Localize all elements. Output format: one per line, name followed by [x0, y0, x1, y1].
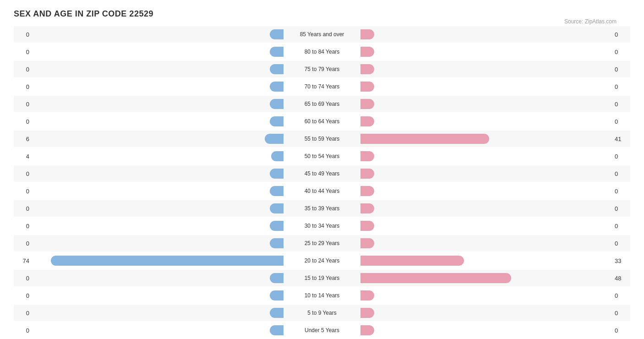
- female-value: 0: [612, 223, 630, 230]
- age-group-label: 85 Years and over: [285, 31, 359, 38]
- female-bar-area: [359, 186, 612, 197]
- male-bar-area: [32, 98, 285, 109]
- female-bar: [360, 308, 374, 318]
- bar-container: 15 to 19 Years: [32, 270, 612, 286]
- female-bar-area: [359, 116, 612, 127]
- male-value: 0: [14, 223, 32, 230]
- male-bar: [270, 29, 284, 39]
- male-bar-area: [32, 203, 285, 214]
- age-group-label: 75 to 79 Years: [285, 66, 359, 72]
- male-bar-area: [32, 255, 285, 266]
- male-value: 0: [14, 188, 32, 195]
- male-value: 0: [14, 275, 32, 282]
- female-value: 0: [612, 118, 630, 125]
- age-group-label: 65 to 69 Years: [285, 101, 359, 107]
- bar-container: 35 to 39 Years: [32, 200, 612, 217]
- male-bar: [271, 151, 284, 161]
- female-value: 0: [612, 205, 630, 212]
- female-bar: [360, 221, 374, 231]
- chart-title: SEX AND AGE IN ZIP CODE 22529: [14, 9, 630, 19]
- age-group-label: 55 to 59 Years: [285, 136, 359, 142]
- table-row: 070 to 74 Years0: [14, 78, 630, 95]
- female-value: 0: [612, 83, 630, 90]
- female-bar: [360, 238, 374, 248]
- age-group-label: 80 to 84 Years: [285, 49, 359, 55]
- female-bar-area: [359, 168, 612, 179]
- female-bar-area: [359, 151, 612, 162]
- male-value: 0: [14, 118, 32, 125]
- age-group-label: 30 to 34 Years: [285, 223, 359, 229]
- male-bar-area: [32, 290, 285, 301]
- male-bar: [270, 99, 284, 109]
- female-bar-area: [359, 203, 612, 214]
- table-row: 450 to 54 Years0: [14, 148, 630, 164]
- female-bar: [360, 290, 374, 301]
- male-bar: [270, 308, 284, 318]
- male-bar: [270, 325, 284, 335]
- male-bar-area: [32, 64, 285, 75]
- table-row: 655 to 59 Years41: [14, 131, 630, 147]
- male-value: 0: [14, 205, 32, 212]
- female-bar: [360, 82, 374, 92]
- table-row: 025 to 29 Years0: [14, 235, 630, 252]
- male-bar: [270, 116, 284, 126]
- bar-container: 70 to 74 Years: [32, 78, 612, 95]
- table-row: 0Under 5 Years0: [14, 322, 630, 339]
- female-value: 0: [612, 31, 630, 38]
- age-group-label: 60 to 64 Years: [285, 118, 359, 125]
- male-bar: [51, 256, 284, 266]
- female-value: 0: [612, 240, 630, 247]
- female-value: 33: [612, 257, 630, 264]
- age-group-label: 20 to 24 Years: [285, 257, 359, 264]
- male-bar: [270, 186, 284, 196]
- male-bar: [270, 47, 284, 57]
- male-bar-area: [32, 307, 285, 318]
- female-value: 0: [612, 327, 630, 334]
- male-value: 6: [14, 136, 32, 142]
- bar-container: 80 to 84 Years: [32, 44, 612, 60]
- male-value: 0: [14, 170, 32, 177]
- table-row: 040 to 44 Years0: [14, 183, 630, 199]
- male-bar-area: [32, 116, 285, 127]
- age-group-label: 50 to 54 Years: [285, 153, 359, 159]
- female-value: 0: [612, 292, 630, 299]
- age-group-label: 40 to 44 Years: [285, 188, 359, 194]
- male-bar-area: [32, 186, 285, 197]
- age-group-label: 5 to 9 Years: [285, 310, 359, 316]
- male-value: 0: [14, 240, 32, 247]
- female-bar: [360, 29, 374, 39]
- table-row: 030 to 34 Years0: [14, 218, 630, 234]
- female-bar-area: [359, 255, 612, 266]
- male-value: 0: [14, 83, 32, 90]
- age-group-label: 10 to 14 Years: [285, 292, 359, 299]
- female-bar: [360, 325, 374, 335]
- female-value: 0: [612, 170, 630, 177]
- female-bar-area: [359, 81, 612, 92]
- table-row: 060 to 64 Years0: [14, 113, 630, 130]
- bar-container: 30 to 34 Years: [32, 218, 612, 234]
- male-bar: [265, 134, 284, 144]
- female-bar: [360, 151, 374, 161]
- female-bar-area: [359, 98, 612, 109]
- female-value: 41: [612, 136, 630, 142]
- female-bar-area: [359, 273, 612, 284]
- male-bar: [270, 64, 284, 74]
- male-bar: [270, 238, 284, 248]
- bar-container: 20 to 24 Years: [32, 252, 612, 269]
- female-bar: [360, 47, 374, 57]
- female-bar-area: [359, 46, 612, 57]
- bar-container: Under 5 Years: [32, 322, 612, 339]
- female-bar-area: [359, 220, 612, 231]
- male-bar: [270, 203, 284, 213]
- age-group-label: Under 5 Years: [285, 327, 359, 334]
- female-bar-area: [359, 133, 612, 144]
- female-bar: [360, 273, 511, 283]
- male-bar: [270, 290, 284, 301]
- male-value: 74: [14, 257, 32, 264]
- table-row: 05 to 9 Years0: [14, 305, 630, 321]
- male-value: 0: [14, 31, 32, 38]
- bar-container: 65 to 69 Years: [32, 96, 612, 112]
- table-row: 7420 to 24 Years33: [14, 252, 630, 269]
- age-group-label: 15 to 19 Years: [285, 275, 359, 281]
- female-bar-area: [359, 64, 612, 75]
